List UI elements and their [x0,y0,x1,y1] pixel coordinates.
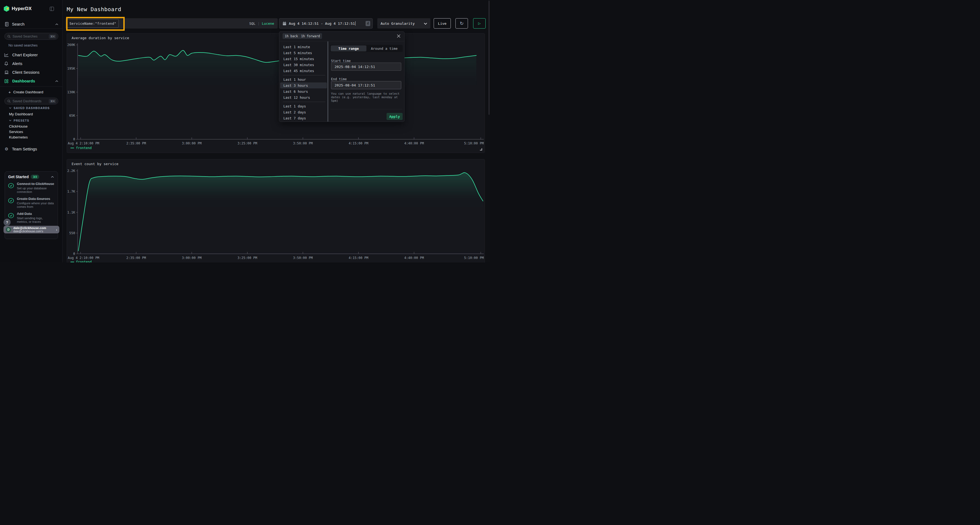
chart-legend[interactable]: frontend [70,146,92,150]
divider [280,74,327,76]
shift-back-button[interactable]: 1h back [283,33,300,39]
sidebar-item-dashboards[interactable]: Dashboards [0,77,63,86]
legend-label: frontend [76,260,92,262]
panel-resize-handle[interactable] [480,148,482,151]
chevron-right-icon: › [56,228,57,232]
apply-button[interactable]: Apply [387,113,402,120]
end-time-input[interactable]: 2025-08-04 17:12:51 [331,81,401,89]
sql-toggle[interactable]: SQL [249,22,256,25]
sidebar-item-label: Alerts [12,62,22,66]
granularity-select[interactable]: Auto Granularity [377,18,430,29]
natural-language-hint: You can use natural language to select d… [331,92,402,103]
quick-range-option[interactable]: Last 30 minutes [280,62,327,68]
lucene-toggle[interactable]: Lucene [262,22,274,25]
time-range-input[interactable]: Aug 4 14:12:51 - Aug 4 17:12:51 d [279,18,373,29]
query-bar[interactable]: ServiceName:"frontend" SQL | Lucene [65,18,278,29]
duration-shortcut-badge: d [366,21,370,26]
laptop-icon [4,70,9,74]
play-icon: ▷ [478,22,480,25]
section-title: PRESETS [14,119,29,122]
legend-line-swatch [70,148,74,148]
chevron-up-icon[interactable] [55,24,58,25]
hyperdx-logo-icon: ⚡ [4,6,9,12]
get-started-title: Get Started [8,174,29,179]
shortcut-badge: ⌘K [49,99,56,103]
x-axis-tick-label: 3:25:00 PM [237,256,257,260]
live-button[interactable]: Live [434,18,451,29]
no-saved-searches-text: No saved searches [8,43,38,48]
create-dashboard-button[interactable]: + Create Dashboard [0,89,63,95]
tab-time-range[interactable]: Time range [331,45,366,51]
start-time-label: Start time [331,59,351,63]
bell-icon [4,62,9,66]
run-query-button[interactable]: ▷ [473,18,486,29]
get-started-item[interactable]: Create Data SourcesConfigure where your … [8,197,54,209]
help-button[interactable]: ? [3,219,11,226]
y-axis-tick-label: 130K [67,90,75,94]
start-time-input[interactable]: 2025-08-04 14:12:51 [331,63,401,71]
line-chart[interactable]: 065K130K195K260KAug 4 2:10:00 PM2:35:00 … [67,33,485,153]
sidebar-item-team-settings[interactable]: ⚙ Team Settings [0,146,63,152]
sidebar-item-client-sessions[interactable]: Client Sessions [0,68,63,77]
tab-around-a-time[interactable]: Around a time [366,45,402,51]
section-saved-dashboards[interactable]: SAVED DASHBOARDS [9,106,50,109]
quick-range-option[interactable]: Last 3 hours [280,82,327,89]
saved-dashboards-input[interactable]: Saved Dashboards ⌘K [4,98,58,105]
get-started-item[interactable]: Add DataStart sending logs, metrics, or … [8,212,54,224]
user-org: dale@clickhouse.com's [13,230,46,233]
query-input[interactable]: ServiceName:"frontend" [66,19,119,28]
chart-legend[interactable]: frontend [70,260,92,262]
logo[interactable]: ⚡ HyperDX [4,5,59,13]
chevron-down-icon [424,22,427,25]
x-axis-tick-label: 4:15:00 PM [349,256,368,260]
sidebar-item-alerts[interactable]: Alerts [0,59,63,68]
quick-range-option[interactable]: Last 12 hours [280,94,327,100]
quick-range-option[interactable]: Last 6 hours [280,89,327,94]
x-axis-tick-label: 4:15:00 PM [349,141,368,145]
dashboard-link-kubernetes[interactable]: Kubernetes [9,135,28,139]
search-icon [7,100,11,103]
series-area [78,173,483,254]
quick-range-option[interactable]: Last 45 minutes [280,68,327,74]
sidebar-item-search[interactable]: Search [0,21,63,28]
quick-range-option[interactable]: Last 5 minutes [280,50,327,56]
plus-icon: + [8,90,11,94]
quick-range-option[interactable]: Last 15 minutes [280,56,327,62]
dashboard-link-my-dashboard[interactable]: My Dashboard [9,112,33,116]
refresh-button[interactable]: ↻ [455,18,468,29]
gear-icon: ⚙ [4,147,9,152]
divider [330,109,402,109]
line-chart[interactable]: 05501.1K1.7K2.2KAug 4 2:10:00 PM2:35:00 … [67,159,485,262]
user-menu[interactable]: D dale@clickhouse.com dale@clickhouse.co… [3,226,59,233]
end-time-label: End time [331,77,347,81]
legend-line-swatch [70,262,74,262]
shift-forward-button[interactable]: 1h forward [299,33,322,39]
section-presets[interactable]: PRESETS [9,119,29,122]
close-icon[interactable] [397,34,401,38]
quick-range-option[interactable]: Last 1 hour [280,76,327,82]
create-dashboard-label: Create Dashboard [13,90,43,94]
y-axis-tick-label: 1.7K [67,190,75,194]
get-started-item[interactable]: Connect to ClickHouseSet up your databas… [8,182,54,194]
sidebar-collapse-icon[interactable] [50,7,54,11]
dashboard-link-services[interactable]: Services [9,130,23,134]
quick-range-option[interactable]: Last 14 days [280,121,327,122]
quick-range-option[interactable]: Last 1 days [280,103,327,109]
sidebar-item-chart-explorer[interactable]: Chart Explorer [0,51,63,59]
shortcut-badge: ⌘K [49,34,56,39]
scrollbar[interactable] [328,41,328,122]
check-circle-icon [8,198,14,203]
get-started-item-desc: Set up your database connection [17,187,54,194]
sidebar: ⚡ HyperDX Search Saved Searches ⌘K No sa… [0,0,63,262]
get-started-item-title: Create Data Sources [17,197,54,201]
scrollbar[interactable] [488,0,490,115]
quick-range-option[interactable]: Last 7 days [280,115,327,121]
lang-divider: | [258,22,260,25]
main-content: My New Dashboard ServiceName:"frontend" … [63,0,490,262]
divider [279,41,404,41]
quick-range-option[interactable]: Last 1 minute [280,44,327,50]
dashboard-link-clickhouse[interactable]: ClickHouse [9,124,27,128]
quick-range-option[interactable]: Last 2 days [280,109,327,115]
chevron-up-icon[interactable] [51,176,54,178]
saved-searches-input[interactable]: Saved Searches ⌘K [4,33,58,40]
